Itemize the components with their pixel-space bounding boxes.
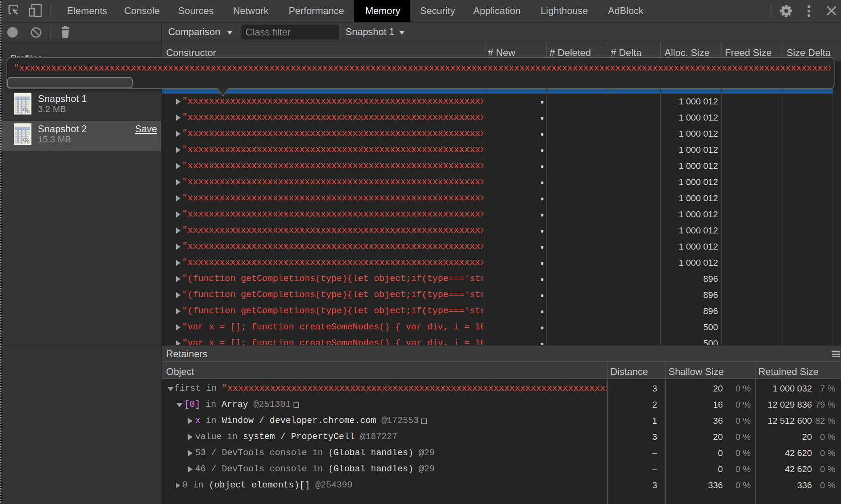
svg-text:%: % xyxy=(23,106,30,115)
svg-text:%: % xyxy=(23,137,30,145)
